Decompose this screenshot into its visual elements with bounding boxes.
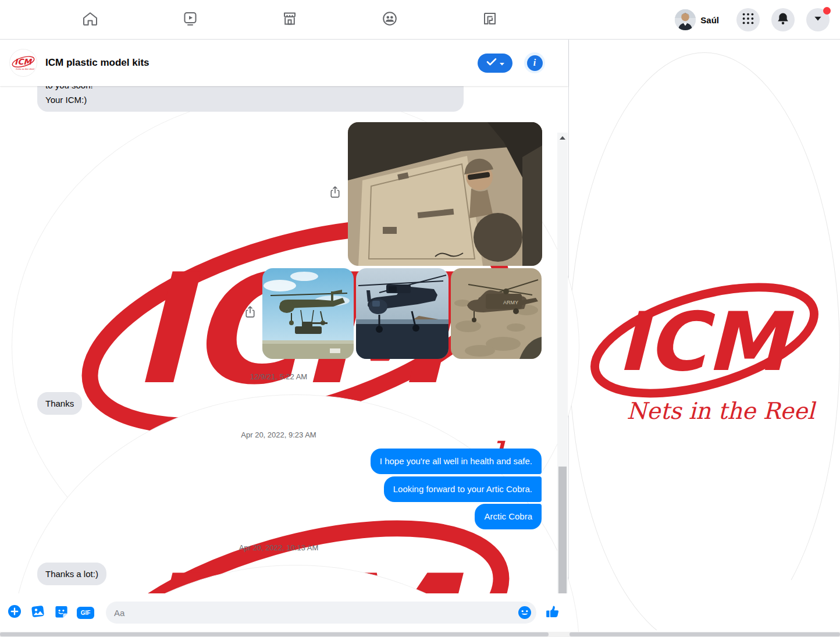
- attach-sticker-button[interactable]: [54, 605, 69, 620]
- check-icon: [486, 58, 497, 68]
- gaming-icon: [482, 10, 498, 29]
- conversation-info-panel: ICMNets in the Reel ICM plastic model ki…: [568, 40, 840, 637]
- profile-name: Saúl: [700, 15, 719, 25]
- marketplace-icon: [282, 10, 298, 29]
- tab-groups[interactable]: [378, 8, 401, 31]
- message-list: ICMNets in the Reel to you soon! Your IC…: [0, 86, 568, 593]
- photo-skycrane-tank[interactable]: [262, 268, 354, 359]
- notification-badge-dot: [823, 7, 831, 15]
- chat-scrollbar: [557, 133, 568, 637]
- send-like-button[interactable]: [544, 604, 561, 621]
- home-icon: [82, 10, 98, 29]
- mark-as-done-button[interactable]: [478, 54, 512, 73]
- svg-text:ICM: ICM: [15, 57, 32, 66]
- info-icon: i: [527, 55, 543, 71]
- emoji-button[interactable]: [518, 606, 532, 620]
- user-avatar: [675, 9, 696, 30]
- tab-home[interactable]: [79, 8, 102, 31]
- hscrollbar-thumb[interactable]: [570, 632, 840, 636]
- share-button[interactable]: [327, 185, 343, 201]
- message-text-line: Your ICM:): [45, 92, 455, 107]
- timestamp-divider: Apr 20, 2022, 10:13 AM: [0, 543, 557, 552]
- photo-pilot-sepia[interactable]: [348, 122, 542, 266]
- top-nav: Saúl: [0, 0, 840, 40]
- chat-column: ICMNets in the Reel ICM plastic model ki…: [0, 40, 568, 637]
- sticker-icon: [54, 604, 69, 621]
- apps-menu-button[interactable]: [736, 8, 760, 31]
- apps-grid-icon: [741, 12, 755, 28]
- plus-icon: [8, 604, 22, 621]
- chevron-down-icon: [813, 13, 823, 26]
- bell-icon: [776, 12, 790, 28]
- emoji-smiley-icon: [518, 611, 532, 621]
- scroll-up-arrow[interactable]: [557, 134, 568, 142]
- share-icon: [244, 305, 257, 321]
- photo-icon: [30, 604, 45, 621]
- groups-icon: [382, 10, 398, 29]
- attach-photo-button[interactable]: [30, 605, 45, 620]
- svg-text:Nets in the Reel: Nets in the Reel: [16, 67, 35, 70]
- timestamp-divider: Apr 20, 2022, 9:23 AM: [0, 430, 557, 439]
- caret-down-icon: [500, 58, 504, 68]
- profile-chip[interactable]: Saúl: [675, 9, 719, 30]
- notifications-button[interactable]: [771, 8, 795, 31]
- message-bubble-outgoing: Looking forward to your Artic Cobra.: [384, 476, 542, 502]
- svg-text:Nets in the Reel: Nets in the Reel: [627, 397, 816, 424]
- svg-text:ICM: ICM: [617, 295, 795, 389]
- nav-right-cluster: Saúl: [675, 0, 830, 40]
- message-bubble-incoming: Thanks a lot:): [37, 563, 106, 585]
- gif-icon: GIF: [81, 610, 91, 616]
- timestamp-divider: 12/9/21, 5:22 AM: [0, 372, 557, 381]
- conversation-info-button[interactable]: i: [524, 52, 545, 73]
- chat-title: ICM plastic model kits: [45, 57, 478, 69]
- photo-army-helicopter-aerial[interactable]: ARMY: [451, 268, 542, 359]
- share-button[interactable]: [242, 305, 258, 321]
- message-input[interactable]: [106, 602, 536, 624]
- message-bubble-outgoing: I hope you're all well in health and saf…: [371, 449, 542, 474]
- photo-helicopter-tarmac[interactable]: [356, 268, 449, 359]
- message-bubble-incoming: Thanks: [37, 392, 82, 415]
- page-horizontal-scrollbar: [0, 632, 840, 637]
- message-composer: GIF: [0, 593, 568, 632]
- chat-header: ICMNets in the Reel ICM plastic model ki…: [0, 40, 568, 86]
- watch-icon: [182, 10, 198, 29]
- account-menu-button[interactable]: [806, 8, 830, 31]
- chat-header-avatar[interactable]: ICMNets in the Reel: [9, 49, 37, 77]
- photo-army-text: ARMY: [503, 300, 518, 305]
- page-logo[interactable]: ICMNets in the Reel: [569, 52, 840, 637]
- message-input-wrap: [106, 602, 536, 624]
- tab-gaming[interactable]: [478, 8, 501, 31]
- tab-watch[interactable]: [179, 8, 202, 31]
- thumbs-up-icon: [545, 604, 560, 621]
- tab-marketplace[interactable]: [278, 8, 301, 31]
- messenger-page: Saúl ICMNets in the Reel ICM plastic mod…: [0, 0, 840, 637]
- share-icon: [329, 185, 341, 201]
- main-area: ICMNets in the Reel ICM plastic model ki…: [0, 40, 840, 637]
- hscrollbar-thumb[interactable]: [0, 632, 549, 636]
- message-bubble-outgoing: Arctic Cobra: [475, 504, 542, 529]
- attach-gif-button[interactable]: GIF: [77, 607, 94, 619]
- attach-more-button[interactable]: [7, 605, 22, 620]
